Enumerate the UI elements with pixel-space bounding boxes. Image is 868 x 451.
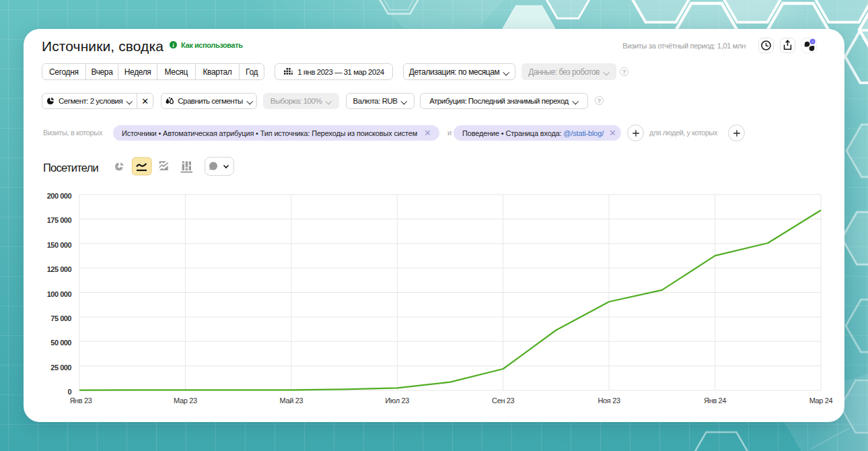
svg-text:0: 0	[67, 388, 71, 396]
svg-text:Ноя 23: Ноя 23	[598, 396, 620, 405]
svg-text:200 000: 200 000	[47, 192, 72, 200]
svg-text:Июл 23: Июл 23	[386, 396, 410, 405]
svg-text:Сен 23: Сен 23	[492, 396, 515, 405]
svg-text:Янв 23: Янв 23	[69, 396, 92, 405]
svg-text:75 000: 75 000	[50, 314, 71, 322]
svg-text:25 000: 25 000	[50, 363, 71, 372]
svg-text:Мар 23: Мар 23	[174, 396, 197, 405]
svg-text:Янв 24: Янв 24	[704, 396, 726, 405]
svg-text:125 000: 125 000	[47, 265, 72, 273]
svg-text:175 000: 175 000	[47, 216, 72, 224]
svg-text:Мар 24: Мар 24	[809, 396, 833, 405]
svg-text:50 000: 50 000	[50, 339, 71, 347]
svg-text:150 000: 150 000	[47, 241, 72, 249]
svg-text:100 000: 100 000	[47, 290, 72, 298]
svg-text:Май 23: Май 23	[280, 396, 303, 405]
